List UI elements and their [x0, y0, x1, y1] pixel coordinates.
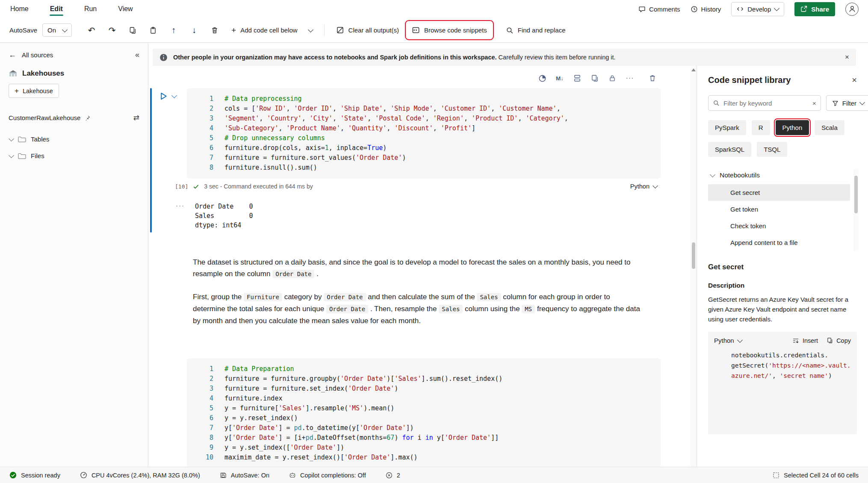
snippet-panel-close-icon[interactable]: ×: [852, 75, 857, 85]
code-cell-1[interactable]: 1# Data preprocessing2cols = ['Row ID', …: [148, 88, 661, 230]
snippet-group-notebookutils[interactable]: Notebookutils: [708, 169, 850, 184]
code-cell-2[interactable]: 1# Data Preparation2furniture = furnitur…: [148, 358, 661, 467]
error-circle-icon: [386, 472, 393, 479]
menu-run[interactable]: Run: [83, 1, 97, 17]
add-code-cell-button[interactable]: + Add code cell below: [227, 22, 317, 38]
scroll-up-icon[interactable]: [691, 68, 696, 71]
autosave-chevron-icon: [62, 27, 68, 32]
history-button[interactable]: History: [691, 6, 721, 13]
snippet-language-chevron-icon: [737, 337, 743, 343]
redo-button[interactable]: ↷: [103, 22, 121, 38]
menu-edit[interactable]: Edit: [49, 1, 64, 17]
paste-cell-button[interactable]: [145, 22, 162, 38]
snippet-item-append-content-to-a-file[interactable]: Append content to a file: [708, 234, 850, 251]
more-options-icon[interactable]: ···: [625, 74, 635, 83]
resource-usage-label: CPU 4vCores (2.4%), RAM 32G (8.0%): [92, 472, 200, 479]
split-cell-icon[interactable]: [573, 74, 582, 83]
cell-toolbar: M↓ ···: [148, 73, 657, 84]
chip-python[interactable]: Python: [776, 120, 809, 135]
copy-cell-button[interactable]: [124, 22, 141, 38]
autosave-value: On: [47, 27, 56, 34]
undo-button[interactable]: ↶: [83, 22, 100, 38]
scrollbar-thumb[interactable]: [692, 242, 695, 269]
add-lakehouse-button[interactable]: + Lakehouse: [9, 84, 59, 98]
markdown-cell[interactable]: The dataset is structured on a daily bas…: [193, 256, 642, 327]
chip-sparksql[interactable]: SparkSQL: [708, 142, 751, 157]
current-lakehouse-name[interactable]: CustomerRawLakehouse: [9, 114, 80, 121]
notebook-scrollbar[interactable]: [691, 66, 697, 467]
autosave-toggle[interactable]: On: [42, 24, 72, 37]
share-button[interactable]: Share: [794, 2, 835, 16]
resource-usage[interactable]: CPU 4vCores (2.4%), RAM 32G (8.0%): [80, 471, 200, 479]
find-replace-button[interactable]: Find and replace: [501, 23, 570, 38]
add-cell-chevron-icon[interactable]: [308, 27, 313, 32]
chip-scala[interactable]: Scala: [815, 120, 844, 135]
delete-cell-button[interactable]: [206, 22, 223, 38]
snippet-search-input[interactable]: [723, 100, 809, 107]
output-more-icon[interactable]: ···: [176, 202, 185, 230]
move-cell-down-button[interactable]: ↓: [186, 22, 203, 38]
sidebar-item-files[interactable]: Files: [9, 147, 139, 164]
copilot-icon: [289, 472, 296, 479]
line-number: 8: [191, 433, 213, 443]
tree-scrollbar-thumb[interactable]: [854, 176, 858, 213]
session-icon[interactable]: [537, 74, 547, 83]
snippet-chips: PySparkRPythonScalaSparkSQLTSQL: [708, 120, 857, 157]
browse-snippets-button[interactable]: Browse code snippets: [407, 22, 492, 38]
code-line: 5y = furniture['Sales'].resample('MS').m…: [191, 403, 653, 413]
develop-button[interactable]: Develop: [731, 2, 784, 16]
banner-close-icon[interactable]: ×: [845, 53, 849, 62]
inline-code: Sales: [477, 293, 501, 301]
toolbar: AutoSave On ↶ ↷ ↑ ↓ + Add code cell belo…: [0, 18, 868, 43]
code-snippet-icon: [412, 26, 420, 34]
share-icon: [800, 6, 807, 12]
lakehouse-icon: [9, 69, 18, 78]
chip-tsql[interactable]: TSQL: [757, 142, 787, 157]
menu-view[interactable]: View: [117, 1, 133, 17]
error-count[interactable]: 2: [386, 472, 400, 479]
copy-snippet-button[interactable]: Copy: [827, 337, 851, 344]
code-line: 6furniture.drop(cols, axis=1, inplace=Tr…: [191, 143, 653, 153]
clear-search-icon[interactable]: ×: [812, 100, 816, 107]
collapse-sidebar-button[interactable]: «: [135, 50, 139, 59]
markdown-paragraph: The dataset is structured on a daily bas…: [193, 256, 642, 280]
switch-lakehouse-icon[interactable]: ⇄: [133, 113, 139, 122]
run-options-chevron-icon[interactable]: [171, 93, 177, 98]
run-cell-button[interactable]: [159, 91, 168, 101]
copilot-status[interactable]: Copilot completions: Off: [289, 472, 366, 479]
filter-button[interactable]: Filter: [826, 95, 868, 111]
move-cell-up-button[interactable]: ↑: [165, 22, 182, 38]
autosave-status[interactable]: AutoSave: On: [220, 472, 269, 479]
snippet-items: Get secretGet tokenCheck tokenAppend con…: [708, 184, 850, 251]
lock-cell-icon[interactable]: [608, 74, 617, 83]
convert-to-markdown-icon[interactable]: M↓: [555, 74, 564, 83]
code-text: 'Segment', 'Country', 'City', 'State', '…: [213, 114, 568, 124]
comments-button[interactable]: Comments: [638, 6, 680, 13]
chip-r[interactable]: R: [752, 120, 770, 135]
chip-pyspark[interactable]: PySpark: [708, 120, 746, 135]
delete-cell-icon[interactable]: [648, 74, 657, 83]
autosave-control: AutoSave On: [9, 24, 72, 37]
clear-outputs-button[interactable]: Clear all output(s): [331, 22, 404, 38]
code-line: notebookutils.credentials.: [720, 350, 852, 360]
avatar[interactable]: [845, 3, 859, 16]
cell-editor[interactable]: 1# Data preprocessing2cols = ['Row ID', …: [187, 88, 661, 179]
snippet-item-get-token[interactable]: Get token: [708, 201, 850, 218]
cell-language-picker[interactable]: Python: [630, 183, 657, 190]
sidebar-item-tables[interactable]: Tables: [9, 131, 139, 147]
tree-scrollbar[interactable]: [853, 169, 859, 251]
session-status[interactable]: Session ready: [9, 471, 60, 479]
output-line: dtype: int64: [195, 221, 253, 230]
duplicate-cell-icon[interactable]: [590, 74, 599, 83]
back-arrow-icon[interactable]: ←: [9, 50, 16, 59]
cell-editor[interactable]: 1# Data Preparation2furniture = furnitur…: [187, 358, 661, 467]
snippet-search-box[interactable]: ×: [708, 95, 821, 111]
snippet-language-picker[interactable]: Python: [714, 337, 742, 344]
insert-snippet-button[interactable]: Insert: [792, 337, 818, 344]
cell-selection-status[interactable]: Selected Cell 24 of 60 cells: [773, 472, 859, 479]
snippet-item-get-secret[interactable]: Get secret: [708, 184, 850, 201]
sidebar-tree: TablesFiles: [9, 131, 139, 164]
snippet-item-check-token[interactable]: Check token: [708, 218, 850, 234]
menu-home[interactable]: Home: [9, 1, 30, 17]
line-number: 6: [191, 143, 213, 153]
